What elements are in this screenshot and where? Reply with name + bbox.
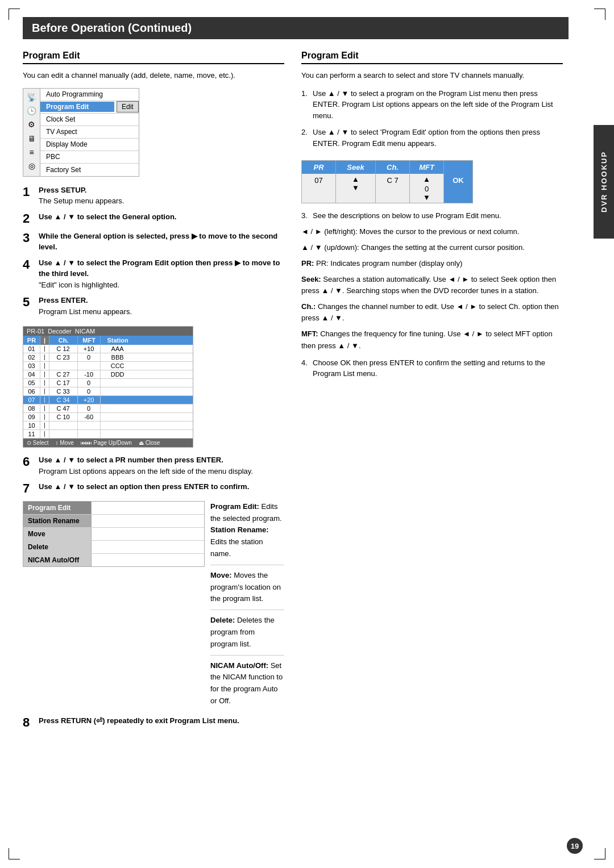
prog-list-header: PR | Ch. MFT Station <box>23 336 193 345</box>
icon-display: 🖥 <box>28 132 36 145</box>
prog-list-footer: ⊙ Select ↕ Move ⏮⏭ Page Up/Down ⏏ Close <box>23 439 193 447</box>
desc-move: Move: Moves the program's location on th… <box>210 570 284 605</box>
desc-nicam: NICAM Auto/Off: Set the NICAM function t… <box>210 660 284 707</box>
step-8-bold: Press RETURN (⏎) repeatedly to exit Prog… <box>39 716 239 725</box>
right-step-4: 4. Choose OK then press ENTER to confirm… <box>301 357 563 379</box>
right-step-3-text: See the descriptions on below to use Pro… <box>313 210 501 222</box>
options-descriptions: Program Edit: Edits the selected program… <box>210 501 284 707</box>
seek-description: Seek: Searches a station automatically. … <box>301 274 563 297</box>
right-column: Program Edit You can perform a search to… <box>301 51 563 735</box>
right-step-2: 2. Use ▲ / ▼ to select 'Program Edit' op… <box>301 127 563 149</box>
channel-seek: ▲ ▼ <box>336 174 376 203</box>
step-1-text: The Setup menu appears. <box>39 197 124 205</box>
prog-list-row: 04 | C 27 -10 DDD <box>23 370 193 379</box>
decoder-label: Decoder <box>48 328 72 335</box>
channel-table: PR Seek Ch. MFT 07 ▲ ▼ C 7 ▲ 0 <box>301 160 473 203</box>
left-section-title: Program Edit <box>23 51 284 64</box>
desc-station-rename: Station Rename: Edits the station name. <box>210 524 284 560</box>
prog-list-row: 06 | C 33 0 <box>23 387 193 396</box>
program-list-table: PR-01 Decoder NICAM PR | Ch. MFT Station… <box>23 326 193 448</box>
menu-item-factory-set: Factory Set <box>40 164 139 176</box>
step-3-content: While the General option is selected, pr… <box>39 231 284 253</box>
menu-item-tv-aspect: TV Aspect <box>40 126 139 139</box>
step-8: 8 Press RETURN (⏎) repeatedly to exit Pr… <box>23 715 284 730</box>
step-4-num: 4 <box>23 257 39 291</box>
mft-description: MFT: Changes the frequency for fine tuni… <box>301 328 563 351</box>
step-3: 3 While the General option is selected, … <box>23 231 284 253</box>
step-5-bold: Press ENTER. <box>39 296 88 304</box>
right-step-1-text: Use ▲ / ▼ to select a program on the Pro… <box>313 88 563 122</box>
left-column: Program Edit You can edit a channel manu… <box>23 51 284 735</box>
step-1-bold: Press SETUP. <box>39 186 86 194</box>
right-steps-list: 1. Use ▲ / ▼ to select a program on the … <box>301 88 563 149</box>
step-7-bold: Use ▲ / ▼ to select an option then press… <box>39 482 249 491</box>
pr01-label: PR-01 <box>27 328 44 335</box>
page-header: Before Operation (Continued) <box>23 17 569 39</box>
step-2-content: Use ▲ / ▼ to select the General option. <box>39 211 284 226</box>
prog-list-row: 08 | C 47 0 <box>23 404 193 413</box>
right-step-1: 1. Use ▲ / ▼ to select a program on the … <box>301 88 563 122</box>
step-6: 6 Use ▲ / ▼ to select a PR number then p… <box>23 454 284 477</box>
right-section-title: Program Edit <box>301 51 563 64</box>
step-5-text: Program List menu appears. <box>39 307 132 316</box>
nicam-label: NICAM <box>75 328 95 335</box>
menu-diagram: 📡 🕒 ⚙ 🖥 ≡ ◎ Auto Programming Program Edi… <box>23 88 139 177</box>
step-4-text: "Edit" icon is highlighted. <box>39 281 119 289</box>
channel-mft: ▲ 0 ▼ <box>410 174 444 203</box>
step-4: 4 Use ▲ / ▼ to select the Program Edit o… <box>23 257 284 291</box>
menu-item-auto-programming: Auto Programming <box>40 89 139 101</box>
options-table: Program Edit Station Rename Move Delete … <box>23 501 205 567</box>
step-4-content: Use ▲ / ▼ to select the Program Edit opt… <box>39 257 284 291</box>
corner-mark-tr <box>594 9 605 20</box>
corner-mark-br <box>594 848 605 859</box>
left-intro: You can edit a channel manually (add, de… <box>23 70 284 81</box>
menu-items-list: Auto Programming Program Edit Edit Clock… <box>40 89 139 176</box>
right-step-4-text: Choose OK then press ENTER to confirm th… <box>313 357 563 379</box>
prog-list-row: 02 | C 23 0 BBB <box>23 353 193 362</box>
prog-list-row: 01 | C 12 +10 AAA <box>23 345 193 353</box>
step-2-num: 2 <box>23 211 39 226</box>
side-tab: DVR HOOKUP <box>594 125 614 239</box>
channel-table-header: PR Seek Ch. MFT <box>302 161 472 174</box>
corner-mark-tl <box>9 9 20 20</box>
options-section: Program Edit Station Rename Move Delete … <box>23 501 284 707</box>
right-intro: You can perform a search to select and s… <box>301 70 563 81</box>
menu-item-program-edit[interactable]: Program Edit Edit <box>40 101 139 114</box>
step-2-bold: Use ▲ / ▼ to select the General option. <box>39 212 176 221</box>
icon-circle: ◎ <box>28 160 35 172</box>
prog-list-row: 03 | CCC <box>23 362 193 370</box>
step-6-text: Program List options appears on the left… <box>39 467 253 475</box>
step-4-bold: Use ▲ / ▼ to select the Program Edit opt… <box>39 258 280 278</box>
channel-ch: C 7 <box>376 174 410 203</box>
menu-icon-column: 📡 🕒 ⚙ 🖥 ≡ ◎ <box>23 89 40 176</box>
desc-delete: Delete: Deletes the program from program… <box>210 615 284 650</box>
prog-list-row: 05 | C 17 0 <box>23 379 193 387</box>
ch-description: Ch.: Changes the channel number to edit.… <box>301 301 563 324</box>
option-row-move: Move <box>23 528 204 541</box>
step-5-num: 5 <box>23 295 39 317</box>
step-1-content: Press SETUP. The Setup menu appears. <box>39 185 284 207</box>
icon-antenna: 📡 <box>27 91 36 103</box>
step-7-num: 7 <box>23 481 39 496</box>
step-7-content: Use ▲ / ▼ to select an option then press… <box>39 481 284 496</box>
channel-pr: 07 <box>302 174 336 203</box>
ok-button[interactable]: OK <box>444 174 472 203</box>
menu-item-pbc: PBC <box>40 151 139 164</box>
prog-list-row: 11 | <box>23 430 193 439</box>
prog-list-row: 09 | C 10 -60 <box>23 413 193 422</box>
step-5-content: Press ENTER. Program List menu appears. <box>39 295 284 317</box>
step-3-num: 3 <box>23 231 39 253</box>
step-1: 1 Press SETUP. The Setup menu appears. <box>23 185 284 207</box>
step-6-content: Use ▲ / ▼ to select a PR number then pre… <box>39 454 284 477</box>
bullet-left-right: ◄ / ► (left/right): Moves the cursor to … <box>301 226 563 237</box>
prog-rows: 01 | C 12 +10 AAA 02 | C 23 0 BBB 03 | C… <box>23 345 193 439</box>
step-5: 5 Press ENTER. Program List menu appears… <box>23 295 284 317</box>
main-content: Program Edit You can edit a channel manu… <box>23 51 569 735</box>
prog-list-row: 07 | C 34 +20 <box>23 396 193 404</box>
step-3-bold: While the General option is selected, pr… <box>39 232 277 252</box>
right-step-3: 3. See the descriptions on below to use … <box>301 210 563 222</box>
pr-description: PR: PR: Indicates program number (displa… <box>301 258 563 269</box>
step-2: 2 Use ▲ / ▼ to select the General option… <box>23 211 284 226</box>
right-step-2-text: Use ▲ / ▼ to select 'Program Edit' optio… <box>313 127 563 149</box>
channel-table-data-row: 07 ▲ ▼ C 7 ▲ 0 ▼ OK <box>302 174 472 203</box>
